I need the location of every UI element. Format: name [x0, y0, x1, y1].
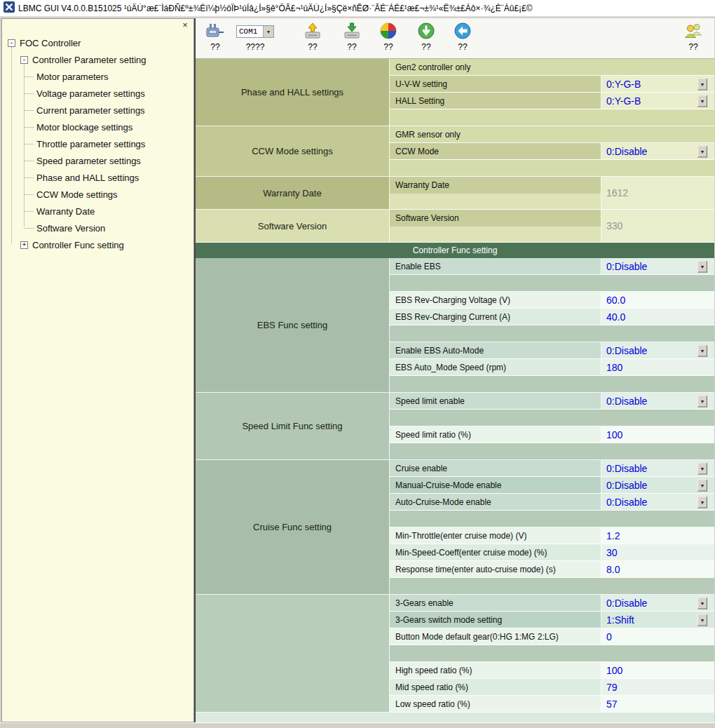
tree-item-throttle-parameter-settings[interactable]: Throttle parameter settings — [2, 135, 193, 152]
param-value[interactable]: 0:Disable — [606, 497, 647, 508]
param-value[interactable]: 30 — [606, 547, 618, 558]
param-value[interactable]: 0 — [606, 631, 612, 642]
tree-item-ccw-mode-settings[interactable]: CCW Mode settings — [2, 186, 193, 203]
param-value-cell[interactable]: 100 — [601, 426, 714, 443]
panel-close-button[interactable]: × — [180, 20, 190, 30]
titlebar: LBMC GUI V4.0.0.B151025 ¹úÄÚ°æ£¨ÌáÐÑ£º±¾… — [0, 0, 715, 17]
param-label: HALL Setting — [395, 96, 444, 106]
param-value-cell[interactable]: 30 — [601, 544, 714, 560]
group-label: Software Version — [258, 221, 327, 231]
param-value[interactable]: 0:Disable — [606, 598, 647, 609]
param-value[interactable]: 1:Shift — [606, 614, 634, 626]
navigation-tree: -FOC Controller-Controller Parameter set… — [2, 34, 193, 253]
tree-item-speed-parameter-settings[interactable]: Speed parameter settings — [2, 152, 193, 169]
tree-item-motor-blockage-settings[interactable]: Motor blockage settings — [2, 119, 193, 135]
param-row: 3-Gears switch mode setting1:Shift▼ — [390, 612, 714, 628]
param-value[interactable]: 0:Y-G-B — [606, 95, 641, 107]
param-group: Software VersionSoftware Version330 — [196, 210, 714, 243]
tree-item-voltage-parameter-settings[interactable]: Voltage parameter settings — [2, 85, 193, 102]
dropdown-button[interactable]: ▼ — [697, 95, 707, 107]
default-params-button[interactable]: ?? — [379, 21, 397, 52]
table-filler — [196, 713, 714, 722]
toolbar-label: ???? — [246, 42, 265, 52]
tree-item-motor-parameters[interactable]: Motor parameters — [2, 68, 193, 85]
dropdown-button[interactable]: ▼ — [697, 395, 707, 407]
param-label-cell: Mid speed ratio (%) — [390, 679, 601, 695]
write-params-button[interactable]: ?? — [343, 21, 361, 52]
param-value-cell[interactable]: 0:Disable▼ — [601, 143, 714, 159]
tree-item-warranty-date[interactable]: Warranty Date — [2, 203, 193, 220]
param-value[interactable]: 100 — [606, 429, 622, 440]
param-value-cell[interactable]: 0:Disable▼ — [601, 477, 714, 493]
spacer-row — [390, 578, 714, 595]
dropdown-button[interactable]: ▼ — [697, 614, 707, 626]
import-params-button[interactable]: ?? — [417, 21, 435, 52]
tree-item-software-version[interactable]: Software Version — [2, 220, 193, 236]
dropdown-button[interactable]: ▼ — [697, 145, 707, 157]
app-window: LBMC GUI V4.0.0.B151025 ¹úÄÚ°æ£¨ÌáÐÑ£º±¾… — [0, 0, 715, 728]
param-value-cell[interactable]: 60.0 — [601, 292, 714, 308]
param-value-cell[interactable]: 0:Y-G-B▼ — [601, 93, 714, 109]
dropdown-button[interactable]: ▼ — [697, 496, 707, 508]
param-label: Min-Throttle(enter cruise mode) (V) — [395, 531, 526, 541]
param-value-cell[interactable]: 1.2 — [601, 527, 714, 544]
param-value-cell[interactable]: 0 — [601, 628, 714, 645]
collapse-icon[interactable]: - — [8, 39, 15, 47]
param-row: Speed limit ratio (%)100 — [390, 426, 714, 443]
param-value[interactable]: 0:Disable — [606, 396, 647, 407]
param-value-cell[interactable]: 57 — [601, 696, 714, 712]
param-value-cell[interactable]: 0:Disable▼ — [601, 460, 714, 476]
param-value[interactable]: 0:Disable — [606, 261, 647, 272]
tree-item-current-parameter-settings[interactable]: Current parameter settings — [2, 102, 193, 119]
expand-icon[interactable]: + — [20, 241, 28, 249]
param-value[interactable]: 180 — [606, 362, 622, 373]
param-value[interactable]: 57 — [606, 699, 618, 710]
param-value-cell[interactable]: 100 — [601, 662, 714, 678]
param-value-cell[interactable]: 79 — [601, 679, 714, 695]
com-port-select[interactable]: COM1▼ — [236, 25, 274, 38]
param-value[interactable]: 1.2 — [606, 530, 620, 541]
read-params-button[interactable]: ?? — [304, 21, 322, 52]
param-value-cell[interactable]: 8.0 — [601, 561, 714, 577]
param-value[interactable]: 40.0 — [606, 311, 625, 323]
param-value[interactable]: 100 — [606, 665, 622, 676]
param-value-cell[interactable]: 0:Disable▼ — [601, 342, 714, 358]
users-button[interactable]: ?? — [683, 21, 703, 52]
dropdown-button[interactable]: ▼ — [697, 78, 707, 90]
dropdown-button[interactable]: ▼ — [697, 260, 707, 272]
param-value[interactable]: 60.0 — [606, 295, 625, 306]
param-value[interactable]: 0:Disable — [606, 463, 647, 474]
dropdown-button[interactable]: ▼ — [697, 344, 707, 356]
chevron-down-icon[interactable]: ▼ — [263, 26, 273, 37]
param-value-cell[interactable]: 1:Shift▼ — [601, 612, 714, 628]
tree-item-phase-and-hall-settings[interactable]: Phase and HALL settings — [2, 169, 193, 186]
tree-item-controller-parameter-setting[interactable]: -Controller Parameter setting — [2, 51, 193, 68]
param-value[interactable]: 0:Disable — [606, 480, 647, 491]
param-value[interactable]: 0:Disable — [606, 345, 647, 356]
param-value-cell[interactable]: 0:Disable▼ — [601, 595, 714, 611]
connect-button[interactable]: ?? — [205, 21, 225, 52]
export-params-button[interactable]: ?? — [454, 21, 472, 52]
dropdown-button[interactable]: ▼ — [697, 597, 707, 609]
param-value-cell[interactable]: 0:Disable▼ — [601, 393, 714, 409]
tree-item-label: Current parameter settings — [36, 105, 145, 116]
param-value-cell[interactable]: 0:Disable▼ — [601, 494, 714, 510]
com-port-value: COM1 — [237, 26, 263, 37]
param-row: 3-Gears enable0:Disable▼ — [390, 595, 714, 612]
param-value-cell[interactable]: 0:Y-G-B▼ — [601, 76, 714, 92]
collapse-icon[interactable]: - — [20, 56, 28, 64]
spacer-row — [390, 511, 714, 527]
param-value[interactable]: 8.0 — [606, 564, 620, 575]
dropdown-button[interactable]: ▼ — [697, 462, 707, 474]
param-value[interactable]: 0:Y-G-B — [606, 79, 641, 90]
group-rows: 3-Gears enable0:Disable▼3-Gears switch m… — [390, 595, 714, 713]
param-value-cell[interactable]: 0:Disable▼ — [601, 258, 714, 274]
tree-item-foc-controller[interactable]: -FOC Controller — [2, 34, 193, 51]
param-value-cell[interactable]: 40.0 — [601, 309, 714, 325]
dropdown-button[interactable]: ▼ — [697, 479, 707, 491]
param-value[interactable]: 0:Disable — [606, 146, 647, 157]
tree-item-controller-func-setting[interactable]: +Controller Func setting — [2, 236, 193, 253]
param-value[interactable]: 79 — [606, 682, 618, 693]
spacer-row — [390, 109, 714, 126]
param-value-cell[interactable]: 180 — [601, 359, 714, 375]
